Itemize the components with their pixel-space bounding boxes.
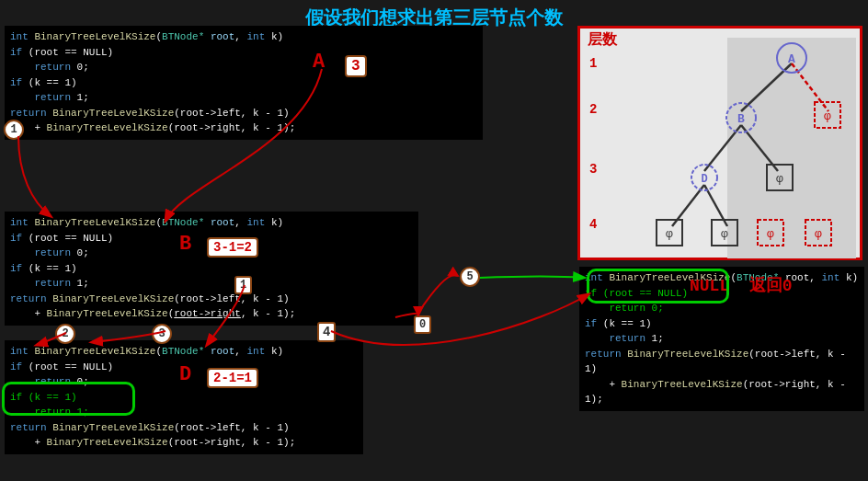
badge-1-top: 1 — [4, 120, 24, 140]
label-a: A — [313, 51, 325, 74]
tree-diagram: 层数 1 2 3 4 A B D φ φ — [577, 26, 862, 260]
badge-4: 4 — [317, 322, 336, 342]
svg-text:φ: φ — [815, 227, 822, 241]
tree-svg: A B D φ φ φ φ φ φ — [580, 29, 865, 263]
label-d: D — [179, 363, 191, 386]
svg-text:φ: φ — [767, 227, 774, 241]
page-title: 假设我们想求出第三层节点个数 — [305, 7, 563, 28]
svg-text:φ: φ — [824, 109, 831, 123]
svg-text:B: B — [737, 112, 745, 126]
svg-text:D: D — [701, 173, 707, 186]
svg-text:φ: φ — [776, 172, 783, 186]
badge-1-mid: 1 — [234, 276, 252, 294]
code-block-b: int BinaryTreeLevelKSize(BTNode* root, i… — [5, 212, 418, 326]
svg-text:φ: φ — [721, 227, 728, 241]
badge-5: 5 — [460, 267, 480, 287]
badge-0: 0 — [414, 315, 431, 334]
label-d-num: 2-1=1 — [207, 368, 258, 388]
label-b-num: 3-1=2 — [207, 237, 258, 258]
code-block-top: int BinaryTreeLevelKSize(BTNode* root, i… — [5, 26, 483, 140]
svg-text:φ: φ — [666, 227, 673, 241]
label-a-num: 3 — [345, 55, 367, 77]
badge-3: 3 — [152, 324, 172, 344]
label-b: B — [179, 233, 191, 256]
svg-text:A: A — [788, 52, 795, 66]
green-highlight-1 — [2, 382, 135, 416]
badge-2: 2 — [55, 324, 75, 344]
svg-rect-0 — [727, 38, 856, 258]
green-highlight-2 — [587, 269, 729, 303]
